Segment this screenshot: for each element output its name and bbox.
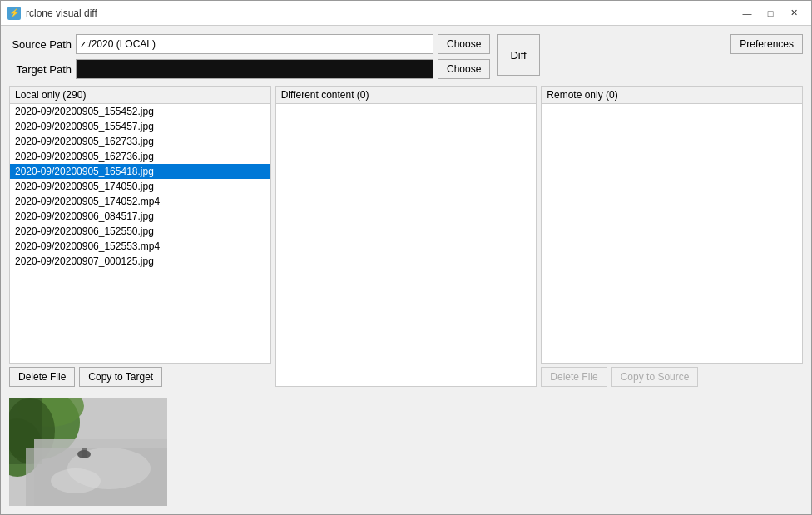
app-icon: ⚡	[7, 7, 21, 20]
source-path-input[interactable]	[76, 34, 433, 54]
preferences-button[interactable]: Preferences	[730, 34, 803, 54]
title-bar: ⚡ rclone visual diff — □ ✕	[1, 1, 811, 26]
list-item[interactable]: 2020-09/20200906_084517.jpg	[10, 209, 270, 224]
window-title: rclone visual diff	[26, 7, 736, 19]
choose-target-button[interactable]: Choose	[438, 59, 490, 79]
main-window: ⚡ rclone visual diff — □ ✕ Source Path C…	[0, 0, 812, 515]
list-item[interactable]: 2020-09/20200905_162736.jpg	[10, 149, 270, 164]
copy-to-target-button[interactable]: Copy to Target	[79, 367, 162, 387]
image-preview	[9, 398, 167, 506]
list-item[interactable]: 2020-09/20200907_000125.jpg	[10, 254, 270, 269]
local-only-header: Local only (290)	[10, 87, 270, 104]
delete-file-right-button: Delete File	[541, 367, 607, 387]
target-path-label: Target Path	[9, 63, 72, 76]
svg-rect-11	[82, 448, 87, 458]
local-only-panel: Local only (290) 2020-09/20200905_155452…	[9, 86, 271, 387]
list-item[interactable]: 2020-09/20200905_155452.jpg	[10, 104, 270, 119]
source-path-row: Source Path Choose	[9, 34, 490, 54]
preview-canvas	[9, 398, 167, 506]
list-item[interactable]: 2020-09/20200905_174050.jpg	[10, 179, 270, 194]
svg-point-9	[51, 468, 101, 493]
preview-image	[9, 398, 167, 506]
list-item[interactable]: 2020-09/20200905_174052.mp4	[10, 194, 270, 209]
list-item-selected[interactable]: 2020-09/20200905_165418.jpg	[10, 164, 270, 179]
list-item[interactable]: 2020-09/20200906_152550.jpg	[10, 224, 270, 239]
target-path-input[interactable]	[76, 59, 433, 79]
list-item[interactable]: 2020-09/20200906_152553.mp4	[10, 239, 270, 254]
bottom-section	[9, 391, 803, 506]
different-content-panel: Different content (0)	[275, 86, 537, 387]
different-content-list	[276, 104, 537, 386]
window-controls: — □ ✕	[736, 5, 805, 22]
target-path-row: Target Path Choose	[9, 59, 490, 79]
remote-only-list	[542, 104, 802, 363]
list-item[interactable]: 2020-09/20200905_162733.jpg	[10, 134, 270, 149]
minimize-button[interactable]: —	[736, 5, 758, 22]
diff-button[interactable]: Diff	[497, 34, 539, 76]
choose-source-button[interactable]: Choose	[438, 34, 490, 54]
maximize-button[interactable]: □	[760, 5, 781, 22]
main-content: Source Path Choose Target Path Choose Di…	[1, 26, 811, 514]
close-button[interactable]: ✕	[783, 5, 805, 22]
list-item[interactable]: 2020-09/20200905_155457.jpg	[10, 119, 270, 134]
copy-to-source-button: Copy to Source	[611, 367, 699, 387]
remote-only-panel: Remote only (0) Delete File Copy to Sour…	[541, 86, 803, 387]
different-content-header: Different content (0)	[276, 87, 537, 104]
source-path-label: Source Path	[9, 38, 72, 51]
delete-file-left-button[interactable]: Delete File	[9, 367, 75, 387]
local-only-list[interactable]: 2020-09/20200905_155452.jpg 2020-09/2020…	[10, 104, 270, 363]
remote-only-header: Remote only (0)	[542, 87, 802, 104]
